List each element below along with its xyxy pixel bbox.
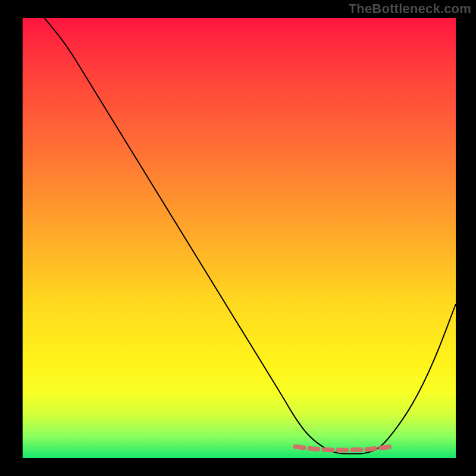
plot-area — [23, 18, 456, 458]
watermark-label: TheBottleneck.com — [349, 1, 471, 17]
chart-frame: TheBottleneck.com — [0, 0, 476, 476]
chart-svg — [23, 18, 456, 458]
low-bottleneck-marker — [296, 447, 391, 450]
bottleneck-curve — [44, 18, 456, 454]
